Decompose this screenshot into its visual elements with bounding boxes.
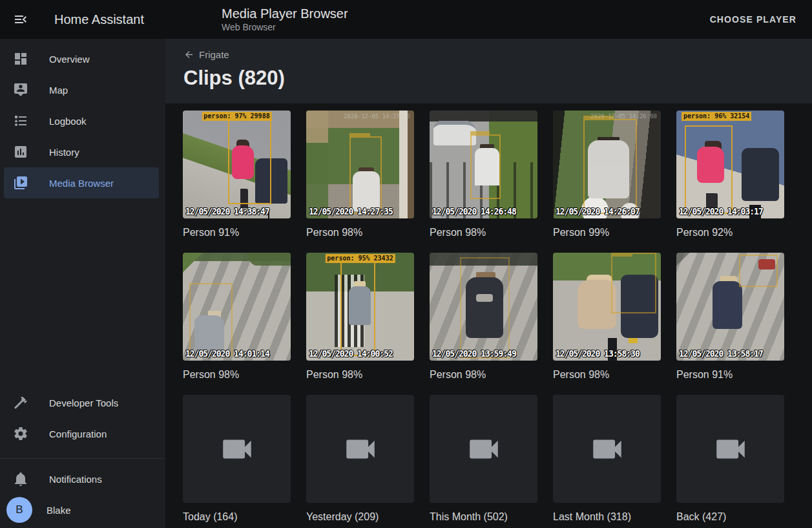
- detection-bounding-box: [189, 283, 233, 357]
- clip-card[interactable]: 12/05/2020 13:58:30 Person 98%: [553, 253, 661, 381]
- page-header-subtitle: Web Browser: [222, 21, 348, 33]
- clip-label: Person 98%: [430, 226, 537, 239]
- clip-label: Person 98%: [306, 368, 414, 381]
- page-header-title: Media Player Browser: [222, 6, 348, 21]
- sidebar-item-label: Configuration: [49, 428, 107, 439]
- detection-bounding-box: [228, 118, 271, 205]
- clip-timestamp-overlay: 12/05/2020 13:58:30: [556, 348, 640, 359]
- folder-thumbnail: [306, 395, 414, 503]
- detection-bounding-box: [583, 119, 638, 214]
- clips-grid: person: 97% 29988 12/05/2020 14:38:47 Pe…: [183, 111, 812, 381]
- clip-card[interactable]: 2020-12-05 14:26:08 12/05/2020 14:26:07 …: [553, 111, 661, 239]
- sidebar-item-label: Notifications: [49, 474, 102, 485]
- folder-label: Yesterday (209): [306, 510, 414, 523]
- clip-card[interactable]: person: 95% 23432 12/05/2020 14:00:52 Pe…: [306, 253, 414, 381]
- folder-card[interactable]: Back (427): [676, 395, 784, 523]
- clip-label: Person 91%: [183, 226, 291, 239]
- media-browser-content: Frigate Clips (820) person: 97% 29988 12…: [165, 39, 812, 528]
- detection-label: person: 97% 29988: [202, 112, 271, 121]
- choose-player-button[interactable]: CHOOSE PLAYER: [705, 9, 802, 30]
- clip-thumbnail: 12/05/2020 13:59:49: [430, 253, 537, 361]
- sidebar-item-configuration[interactable]: Configuration: [4, 418, 159, 449]
- folder-card[interactable]: Yesterday (209): [306, 395, 414, 523]
- video-icon: [342, 430, 379, 468]
- sidebar-item-label: Media Browser: [49, 178, 114, 189]
- sidebar-item-developer-tools[interactable]: Developer Tools: [4, 387, 159, 418]
- clip-thumbnail: 12/05/2020 13:58:30: [553, 253, 661, 361]
- clip-label: Person 98%: [306, 226, 414, 239]
- arrow-left-icon: [183, 49, 194, 60]
- clip-card[interactable]: 12/05/2020 13:59:49 Person 98%: [430, 253, 537, 381]
- clip-timestamp-overlay: 12/05/2020 14:38:47: [185, 206, 269, 216]
- sidebar-toggle-button[interactable]: [6, 5, 35, 34]
- clip-card[interactable]: person: 96% 32154 12/05/2020 14:03:17 Pe…: [676, 111, 784, 239]
- sidebar-item-label: History: [49, 147, 79, 158]
- gear-icon: [13, 426, 28, 441]
- clip-card[interactable]: person: 97% 29988 12/05/2020 14:38:47 Pe…: [183, 111, 291, 239]
- hammer-icon: [13, 395, 28, 410]
- clip-thumbnail: person: 95% 23432 12/05/2020 14:00:52: [306, 253, 414, 361]
- clip-label: Person 99%: [553, 226, 661, 239]
- sidebar-item-logbook[interactable]: Logbook: [4, 105, 159, 136]
- video-icon: [712, 430, 749, 468]
- content-header: Frigate Clips (820): [165, 39, 812, 103]
- detection-bounding-box: [739, 255, 778, 287]
- sidebar-item-label: Logbook: [49, 116, 87, 127]
- menu-open-icon: [13, 12, 28, 27]
- sidebar-item-label: Developer Tools: [49, 397, 118, 408]
- sidebar-item-label: Map: [49, 85, 68, 96]
- detection-bounding-box: [470, 134, 501, 199]
- camera-timestamp-overlay: 2020-12-05 14:26:08: [590, 113, 657, 120]
- video-icon: [218, 430, 256, 468]
- folder-card[interactable]: Today (164): [183, 395, 291, 523]
- sidebar-item-label: Overview: [49, 54, 90, 65]
- folder-label: Back (427): [676, 510, 784, 523]
- folder-card[interactable]: This Month (502): [430, 395, 537, 523]
- folder-thumbnail: [183, 395, 291, 503]
- bell-icon: [13, 471, 28, 487]
- folder-thumbnail: [430, 395, 537, 503]
- sidebar-item-media-browser[interactable]: Media Browser: [4, 167, 159, 198]
- clip-card[interactable]: 2020-12-05 14:27:35 12/05/2020 14:27:35 …: [306, 111, 414, 239]
- clip-timestamp-overlay: 12/05/2020 14:01:14: [185, 348, 269, 359]
- detection-bounding-box: [340, 261, 375, 356]
- breadcrumb-back-link[interactable]: Frigate: [183, 49, 229, 60]
- clip-label: Person 92%: [676, 226, 784, 239]
- sidebar-item-overview[interactable]: Overview: [4, 43, 159, 74]
- clip-card[interactable]: 12/05/2020 13:58:17 Person 91%: [676, 253, 784, 381]
- sidebar: Overview Map Logbook History Media Brows…: [0, 39, 165, 528]
- clip-thumbnail: 2020-12-05 14:26:08 12/05/2020 14:26:07: [553, 111, 661, 218]
- clip-thumbnail: 2020-12-05 14:27:35 12/05/2020 14:27:35: [306, 111, 414, 218]
- video-icon: [588, 430, 626, 468]
- detection-label: person: 96% 32154: [682, 112, 751, 121]
- clip-thumbnail: 12/05/2020 13:58:17: [676, 253, 784, 361]
- user-name-label: Blake: [47, 505, 71, 516]
- sidebar-item-notifications[interactable]: Notifications: [4, 463, 159, 494]
- detection-label: person: 95% 23432: [325, 254, 395, 263]
- sidebar-item-history[interactable]: History: [4, 136, 159, 167]
- folder-card[interactable]: Last Month (318): [553, 395, 661, 523]
- breadcrumb-label: Frigate: [199, 49, 229, 60]
- clip-timestamp-overlay: 12/05/2020 14:00:52: [309, 348, 393, 359]
- clip-thumbnail: person: 96% 32154 12/05/2020 14:03:17: [676, 111, 784, 218]
- clip-thumbnail: 12/05/2020 14:01:14: [183, 253, 291, 361]
- camera-timestamp-overlay: 2020-12-05 14:27:35: [344, 113, 410, 120]
- detection-bounding-box: [685, 125, 732, 214]
- clip-label: Person 98%: [430, 368, 537, 381]
- folder-thumbnail: [676, 395, 784, 503]
- page-title: Clips (820): [183, 67, 812, 90]
- play-box-multiple-icon: [13, 175, 28, 191]
- folder-label: This Month (502): [430, 510, 537, 523]
- clip-label: Person 98%: [183, 368, 291, 381]
- clip-card[interactable]: 12/05/2020 14:26:48 Person 98%: [430, 111, 537, 239]
- clip-timestamp-overlay: 12/05/2020 14:03:17: [679, 206, 763, 216]
- sidebar-item-map[interactable]: Map: [4, 74, 159, 105]
- clip-timestamp-overlay: 12/05/2020 14:26:07: [556, 206, 640, 216]
- sidebar-item-user-profile[interactable]: B Blake: [4, 494, 159, 525]
- video-icon: [465, 430, 503, 468]
- clip-card[interactable]: 12/05/2020 14:01:14 Person 98%: [183, 253, 291, 381]
- folders-grid: Today (164) Yesterday (209) This Month (…: [183, 395, 812, 523]
- clip-timestamp-overlay: 12/05/2020 14:27:35: [309, 206, 393, 216]
- chart-box-icon: [13, 144, 28, 160]
- clip-timestamp-overlay: 12/05/2020 13:59:49: [432, 348, 516, 359]
